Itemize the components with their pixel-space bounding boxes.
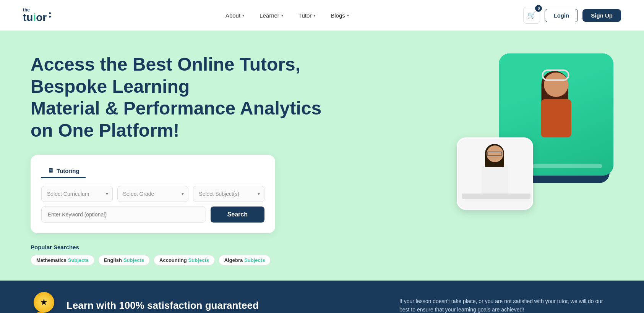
header-actions: 🛒 0 Login Sign Up bbox=[523, 7, 621, 24]
logo-dot1 bbox=[49, 12, 51, 14]
satisfaction-left: ★ Learn with 100% satisfaction guarantee… bbox=[31, 292, 259, 313]
grade-select[interactable]: Select Grade bbox=[117, 186, 189, 202]
nav-blogs[interactable]: Blogs ▾ bbox=[331, 12, 349, 19]
logo-or: or bbox=[36, 12, 47, 23]
tag-algebra[interactable]: Algebra Subjects bbox=[219, 255, 271, 265]
chevron-down-icon: ▾ bbox=[242, 13, 244, 18]
logo-tu: tu bbox=[23, 12, 33, 23]
search-card: 🖥 Tutoring Select Curriculum Select Grad… bbox=[31, 155, 275, 233]
search-selects-row: Select Curriculum Select Grade Select Su… bbox=[41, 186, 264, 202]
grade-select-wrap: Select Grade bbox=[117, 186, 189, 202]
login-button[interactable]: Login bbox=[545, 9, 578, 22]
search-tabs: 🖥 Tutoring bbox=[41, 164, 264, 178]
search-bottom-row: Search bbox=[41, 207, 264, 223]
keyword-input[interactable] bbox=[41, 207, 206, 223]
logo[interactable]: the tu i or bbox=[23, 8, 51, 23]
nav-tutor[interactable]: Tutor ▾ bbox=[298, 12, 315, 19]
hero-title: Access the Best Online Tutors, Bespoke L… bbox=[31, 53, 329, 141]
medal-circle: ★ bbox=[34, 292, 54, 313]
search-button[interactable]: Search bbox=[211, 207, 264, 223]
hero-images bbox=[453, 53, 613, 214]
header: the tu i or About ▾ Learner ▾ Tutor ▾ Bl… bbox=[0, 0, 644, 31]
hero-section: Access the Best Online Tutors, Bespoke L… bbox=[0, 31, 644, 281]
chevron-down-icon: ▾ bbox=[281, 13, 283, 18]
satisfaction-banner: ★ Learn with 100% satisfaction guarantee… bbox=[0, 281, 644, 313]
logo-dot2 bbox=[49, 16, 51, 18]
logo-i: i bbox=[33, 12, 36, 23]
popular-tags-list: Mathematics Subjects English Subjects Ac… bbox=[31, 255, 329, 265]
nav-about[interactable]: About ▾ bbox=[225, 12, 244, 19]
monitor-icon: 🖥 bbox=[47, 167, 54, 174]
medal-icon: ★ bbox=[31, 292, 57, 313]
chevron-down-icon: ▾ bbox=[313, 13, 315, 18]
nav-learner[interactable]: Learner ▾ bbox=[260, 12, 283, 19]
tag-mathematics[interactable]: Mathematics Subjects bbox=[31, 255, 94, 265]
curriculum-select[interactable]: Select Curriculum bbox=[41, 186, 113, 202]
tag-english[interactable]: English Subjects bbox=[98, 255, 150, 265]
satisfaction-description: If your lesson doesn't take place, or yo… bbox=[399, 297, 613, 313]
tag-accounting[interactable]: Accounting Subjects bbox=[154, 255, 215, 265]
hero-secondary-photo bbox=[457, 137, 533, 210]
curriculum-select-wrap: Select Curriculum bbox=[41, 186, 113, 202]
satisfaction-title: Learn with 100% satisfaction guaranteed bbox=[67, 300, 259, 311]
popular-searches-label: Popular Searches bbox=[31, 244, 329, 250]
subject-select-wrap: Select Subject(s) bbox=[193, 186, 264, 202]
main-nav: About ▾ Learner ▾ Tutor ▾ Blogs ▾ bbox=[225, 12, 349, 19]
cart-count: 0 bbox=[535, 5, 542, 12]
chevron-down-icon: ▾ bbox=[347, 13, 349, 18]
cart-button[interactable]: 🛒 0 bbox=[523, 7, 540, 24]
hero-left: Access the Best Online Tutors, Bespoke L… bbox=[31, 53, 329, 265]
tutoring-tab[interactable]: 🖥 Tutoring bbox=[41, 164, 86, 178]
signup-button[interactable]: Sign Up bbox=[582, 9, 621, 22]
subject-select[interactable]: Select Subject(s) bbox=[193, 186, 264, 202]
popular-searches: Popular Searches Mathematics Subjects En… bbox=[31, 244, 329, 265]
